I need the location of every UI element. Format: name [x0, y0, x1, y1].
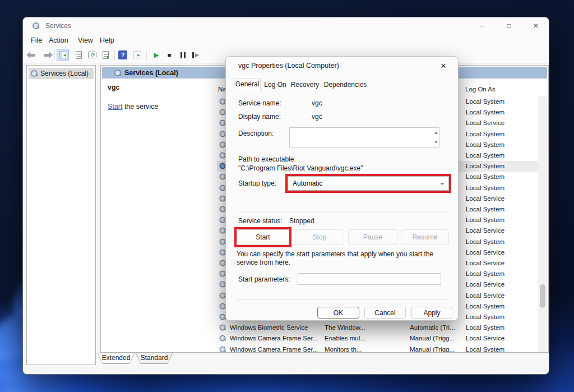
close-button[interactable]: ✕: [526, 17, 545, 34]
service-status-value: Stopped: [289, 217, 314, 225]
service-description-cell: Monitors th...: [325, 344, 406, 353]
service-logon-cell: Local System: [466, 107, 533, 118]
restart-service-icon[interactable]: [189, 49, 201, 61]
stop-button: Stop: [295, 229, 344, 245]
maximize-button[interactable]: □: [499, 17, 519, 34]
service-icon: [219, 152, 225, 158]
tab-standard[interactable]: Standard: [136, 353, 173, 364]
service-icon: [219, 314, 225, 320]
service-logon-cell: Local Service: [466, 258, 533, 269]
path-label: Path to executable:: [238, 155, 296, 163]
column-header-logon[interactable]: Log On As: [465, 86, 496, 93]
menu-help[interactable]: Help: [100, 36, 114, 44]
ok-button[interactable]: OK: [317, 307, 359, 319]
service-logon-cell: Local Service: [466, 247, 533, 258]
start-service-icon[interactable]: ▶: [150, 49, 163, 61]
tab-dependencies[interactable]: Dependencies: [322, 80, 369, 90]
service-startup-cell: Manual (Trigg...: [410, 333, 464, 344]
start-button[interactable]: Start: [237, 229, 289, 245]
service-icon: [219, 335, 225, 342]
dialog-title: vgc Properties (Local Computer): [238, 62, 339, 70]
service-icon: [219, 195, 225, 201]
menu-bar: File Action View Help: [23, 34, 549, 48]
startup-type-label: Startup type:: [238, 179, 276, 187]
start-parameters-label: Start parameters:: [238, 275, 290, 283]
service-icon: [219, 217, 225, 223]
service-logon-cell: Local System: [466, 172, 533, 182]
service-icon: [219, 185, 225, 191]
scroll-down-icon[interactable]: [434, 141, 438, 144]
forward-icon[interactable]: [40, 49, 52, 61]
scroll-up-icon[interactable]: [434, 131, 438, 134]
service-row[interactable]: Windows Camera Frame Ser...Monitors th..…: [217, 344, 539, 353]
service-logon-cell: Local System: [466, 140, 533, 150]
display-name-value: vgc: [312, 113, 322, 121]
list-scrollbar[interactable]: [538, 96, 547, 352]
service-icon: [219, 325, 225, 331]
service-logon-cell: Local System: [466, 129, 533, 140]
service-status-label: Service status:: [238, 217, 283, 225]
service-logon-cell: Local System: [466, 322, 533, 333]
show-console-tree-icon[interactable]: ◂: [57, 49, 69, 61]
services-header-icon: [114, 70, 121, 76]
service-name-value: vgc: [312, 99, 322, 107]
service-logon-cell: Local System: [466, 269, 533, 279]
menu-view[interactable]: View: [78, 36, 93, 44]
properties-icon[interactable]: [72, 49, 85, 61]
service-description-cell: The Window...: [325, 322, 406, 333]
tree-item-services-local[interactable]: Services (Local): [29, 68, 94, 79]
service-icon: [219, 260, 225, 266]
apply-button[interactable]: Apply: [411, 307, 452, 319]
service-logon-cell: Local Service: [466, 279, 533, 290]
dialog-close-icon[interactable]: ✕: [436, 59, 451, 72]
service-description-cell: Enables mul...: [325, 333, 406, 344]
service-logon-cell: Local Service: [466, 225, 533, 236]
service-logon-cell: Local System: [466, 96, 533, 107]
tree-item-label: Services (Local): [40, 70, 89, 77]
display-name-label: Display name:: [238, 113, 281, 121]
tab-extended[interactable]: Extended: [98, 353, 135, 364]
pause-service-icon[interactable]: [177, 49, 189, 61]
start-parameters-input[interactable]: [298, 273, 441, 285]
startup-type-dropdown[interactable]: Automatic: [288, 176, 449, 191]
service-name-label: Service name:: [238, 99, 281, 107]
start-parameters-hint: You can specify the start parameters tha…: [237, 250, 450, 267]
tab-recovery[interactable]: Recovery: [289, 80, 321, 90]
service-logon-cell: Local System: [466, 150, 533, 161]
console-tree-panel: Services (Local): [26, 65, 96, 365]
minimize-button[interactable]: –: [473, 17, 492, 34]
desktop: Services – □ ✕ File Action View Help ◂ ⟳…: [0, 0, 574, 392]
service-logon-cell: Local Service: [466, 290, 533, 301]
tab-general[interactable]: General: [234, 78, 261, 91]
refresh-icon[interactable]: ⟳: [86, 49, 98, 61]
menu-action[interactable]: Action: [49, 36, 68, 44]
service-logon-cell: Local System: [466, 215, 533, 225]
service-row[interactable]: Windows Biometric ServiceThe Window...Au…: [217, 322, 539, 333]
show-action-pane-icon[interactable]: ▸: [131, 49, 143, 61]
service-logon-cell: Local System: [466, 161, 533, 172]
back-icon[interactable]: [26, 49, 39, 61]
stop-service-icon[interactable]: ■: [163, 49, 175, 61]
scrollbar-thumb[interactable]: [540, 284, 545, 308]
tab-log-on[interactable]: Log On: [263, 80, 288, 90]
help-icon[interactable]: ?: [117, 49, 129, 61]
service-icon: [219, 206, 225, 213]
service-logon-cell: Local System: [466, 183, 533, 193]
chevron-down-icon: [440, 183, 445, 185]
path-value: "C:\Program Files\Riot Vanguard\vgc.exe": [238, 164, 363, 172]
description-field[interactable]: [289, 127, 439, 147]
service-startup-cell: Manual (Trigg...: [410, 344, 464, 353]
service-icon: [219, 292, 225, 298]
export-list-icon[interactable]: ▸: [99, 49, 112, 61]
cancel-button[interactable]: Cancel: [364, 307, 406, 319]
service-icon: [219, 109, 225, 116]
service-icon: [219, 303, 225, 309]
menu-file[interactable]: File: [31, 36, 42, 44]
services-app-icon: [33, 22, 39, 29]
service-icon: [219, 346, 225, 352]
service-icon: [219, 174, 225, 180]
service-row[interactable]: Windows Camera Frame Ser...Enables mul..…: [217, 333, 539, 344]
service-logon-cell: Local System: [466, 301, 533, 312]
service-name-cell: Windows Camera Frame Ser...: [230, 333, 322, 344]
service-icon: [219, 228, 225, 234]
